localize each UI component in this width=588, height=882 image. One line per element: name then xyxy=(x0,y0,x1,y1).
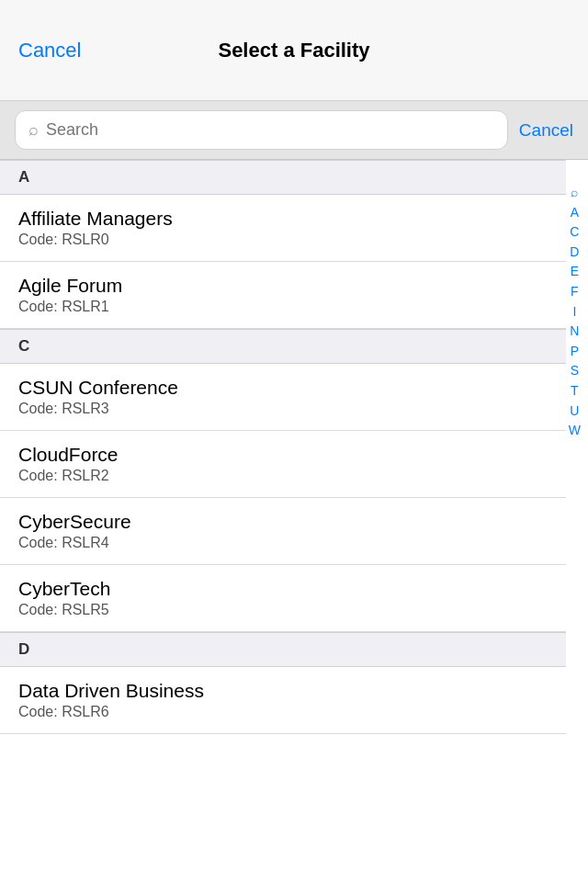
list-content: AAffiliate ManagersCode: RSLR0Agile Foru… xyxy=(0,160,588,734)
alpha-index-item-u[interactable]: U xyxy=(566,402,582,421)
item-code: Code: RSLR6 xyxy=(18,704,548,720)
item-name: Affiliate Managers xyxy=(18,208,548,230)
page-title: Select a Facility xyxy=(218,39,369,62)
header-cancel-button[interactable]: Cancel xyxy=(18,39,81,62)
section-header-a: A xyxy=(0,160,566,195)
alpha-index-item-a[interactable]: A xyxy=(567,204,582,222)
list-item[interactable]: CloudForceCode: RSLR2 xyxy=(0,431,566,498)
item-code: Code: RSLR5 xyxy=(18,602,548,618)
item-code: Code: RSLR3 xyxy=(18,401,548,417)
item-name: CSUN Conference xyxy=(18,377,548,399)
alpha-index-item-c[interactable]: C xyxy=(566,223,582,242)
item-name: CyberSecure xyxy=(18,511,548,533)
alpha-index-item-s[interactable]: S xyxy=(567,362,582,380)
item-name: CloudForce xyxy=(18,444,548,466)
item-code: Code: RSLR1 xyxy=(18,299,548,315)
item-name: Agile Forum xyxy=(18,275,548,297)
alpha-index-item-t[interactable]: T xyxy=(567,382,582,401)
alpha-index: ⌕ACDEFINPSTUW xyxy=(565,184,584,440)
alpha-index-item-n[interactable]: N xyxy=(566,322,582,341)
item-name: Data Driven Business xyxy=(18,680,548,702)
header: Cancel Select a Facility xyxy=(0,0,588,101)
alpha-index-item-d[interactable]: D xyxy=(566,243,582,262)
search-icon: ⌕ xyxy=(28,120,39,140)
search-input[interactable] xyxy=(46,120,494,140)
search-bar: ⌕ Cancel xyxy=(0,101,588,160)
search-input-wrapper: ⌕ xyxy=(15,110,508,150)
list-item[interactable]: Agile ForumCode: RSLR1 xyxy=(0,262,566,329)
item-code: Code: RSLR4 xyxy=(18,535,548,551)
alpha-search-icon[interactable]: ⌕ xyxy=(567,184,582,202)
alpha-index-item-f[interactable]: F xyxy=(567,283,582,301)
list-item[interactable]: CyberTechCode: RSLR5 xyxy=(0,565,566,632)
list-item[interactable]: Data Driven BusinessCode: RSLR6 xyxy=(0,667,566,734)
search-cancel-button[interactable]: Cancel xyxy=(519,120,573,141)
item-code: Code: RSLR0 xyxy=(18,232,548,248)
alpha-index-item-e[interactable]: E xyxy=(567,263,582,281)
section-header-d: D xyxy=(0,632,566,667)
item-name: CyberTech xyxy=(18,578,548,600)
item-code: Code: RSLR2 xyxy=(18,468,548,484)
list-item[interactable]: CyberSecureCode: RSLR4 xyxy=(0,498,566,565)
list-item[interactable]: CSUN ConferenceCode: RSLR3 xyxy=(0,364,566,431)
section-header-c: C xyxy=(0,329,566,364)
alpha-index-item-w[interactable]: W xyxy=(565,422,584,440)
list-item[interactable]: Affiliate ManagersCode: RSLR0 xyxy=(0,195,566,262)
alpha-index-item-i[interactable]: I xyxy=(569,303,580,322)
alpha-index-item-p[interactable]: P xyxy=(567,343,582,361)
